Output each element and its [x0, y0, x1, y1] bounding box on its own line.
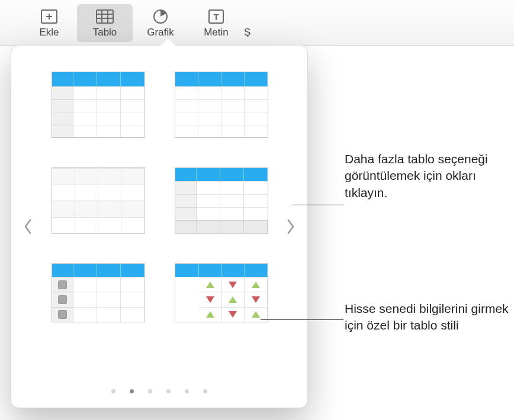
chevron-left-icon [23, 218, 33, 235]
page-dots [11, 389, 307, 393]
text-button[interactable]: T Metin [188, 4, 244, 42]
page-dot[interactable] [203, 389, 207, 393]
shape-label: Ş [244, 27, 250, 38]
table-style-checklist[interactable] [52, 263, 145, 329]
table-icon [96, 8, 114, 25]
callout-stock: Hisse senedi bilgilerini girmek için öze… [345, 301, 510, 334]
chevron-right-icon [286, 218, 295, 235]
insert-icon [41, 8, 57, 25]
toolbar: Ekle Tablo Grafik T Metin Ş [0, 0, 514, 46]
text-icon: T [208, 8, 224, 25]
table-button[interactable]: Tablo [77, 4, 133, 42]
prev-page-button[interactable] [20, 214, 36, 240]
chart-icon [153, 8, 168, 25]
table-styles-popover [11, 45, 308, 408]
page-dot[interactable] [111, 389, 115, 393]
table-style-header-footer[interactable] [175, 167, 268, 234]
table-style-grid [52, 72, 268, 335]
table-style-header-simple[interactable] [175, 72, 268, 138]
text-label: Metin [204, 27, 229, 38]
callout-arrows: Daha fazla tablo seçeneği görüntülemek i… [345, 151, 510, 201]
svg-rect-3 [97, 10, 113, 23]
callout-line [293, 205, 343, 205]
callout-line [261, 319, 343, 320]
page-dot[interactable] [148, 389, 152, 393]
page-dot[interactable] [185, 389, 189, 393]
table-style-header-rowhead[interactable] [52, 72, 145, 138]
insert-button[interactable]: Ekle [21, 4, 77, 42]
chart-label: Grafik [147, 27, 174, 38]
next-page-button[interactable] [282, 214, 299, 240]
table-label: Tablo [93, 27, 117, 38]
table-style-stock[interactable] [175, 263, 268, 329]
table-style-plain-grid[interactable] [52, 167, 145, 234]
svg-text:T: T [213, 12, 219, 22]
chart-button[interactable]: Grafik [133, 4, 188, 42]
page-dot[interactable] [166, 389, 171, 393]
insert-label: Ekle [39, 27, 59, 38]
page-dot[interactable] [130, 389, 134, 393]
shape-button-partial[interactable]: Ş [244, 4, 262, 42]
